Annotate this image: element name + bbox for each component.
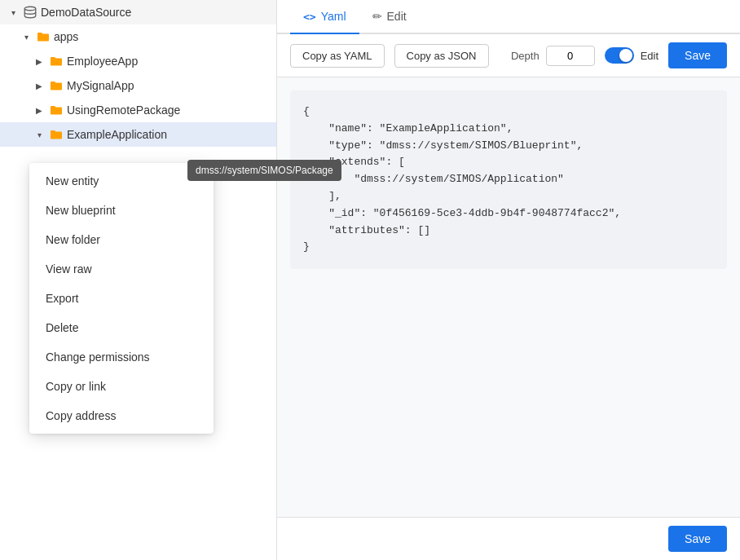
example-chevron-icon: ▾	[33, 128, 46, 141]
code-editor-container: { "name": "ExampleApplication", "type": …	[277, 77, 740, 517]
bottom-toolbar: Save	[277, 517, 740, 560]
main-content: <> Yaml ✏ Edit Copy as YAML Copy as JSON…	[277, 0, 740, 560]
sidebar-item-employeeapp[interactable]: ▶ EmployeeApp	[0, 49, 276, 73]
context-menu-item-new-blueprint[interactable]: New blueprint	[29, 196, 214, 225]
edit-toggle-label: Edit	[641, 50, 659, 62]
edit-tab-icon: ✏	[372, 10, 382, 23]
employeeapp-chevron-icon: ▶	[33, 55, 46, 68]
toggle-knob	[619, 49, 632, 62]
context-menu-item-new-folder[interactable]: New folder	[29, 225, 214, 254]
mysignalapp-chevron-icon: ▶	[33, 79, 46, 92]
employeeapp-label: EmployeeApp	[67, 55, 270, 68]
folder-icon-3	[49, 78, 64, 93]
apps-label: apps	[54, 30, 270, 43]
context-menu-item-view-raw[interactable]: View raw	[29, 254, 214, 284]
sidebar: ▾ DemoDataSource ▾ apps ▶	[0, 0, 277, 560]
edit-tab-label: Edit	[387, 10, 407, 23]
apps-chevron-icon: ▾	[20, 30, 33, 43]
sidebar-item-usingremotepackage[interactable]: ▶ UsingRemotePackage	[0, 98, 276, 122]
context-menu-item-change-permissions[interactable]: Change permissions	[29, 342, 214, 372]
edit-toggle[interactable]	[605, 47, 634, 64]
top-toolbar: Copy as YAML Copy as JSON Depth Edit Sav…	[277, 34, 740, 77]
context-menu: New entity New blueprint New folder View…	[29, 163, 214, 434]
yaml-tab-label: Yaml	[321, 10, 346, 23]
depth-section: Depth	[511, 46, 595, 66]
depth-label: Depth	[511, 50, 540, 62]
chevron-icon: ▾	[7, 6, 20, 19]
copy-yaml-button[interactable]: Copy as YAML	[290, 44, 385, 68]
svg-point-0	[24, 7, 36, 11]
context-menu-item-delete[interactable]: Delete	[29, 313, 214, 342]
usingremote-label: UsingRemotePackage	[67, 104, 270, 117]
sidebar-item-mysignalapp[interactable]: ▶ MySignalApp	[0, 73, 276, 98]
tab-edit[interactable]: ✏ Edit	[359, 0, 420, 34]
sidebar-item-apps[interactable]: ▾ apps	[0, 24, 276, 49]
database-icon	[23, 5, 37, 20]
folder-icon	[36, 29, 51, 44]
folder-icon-4	[49, 103, 64, 117]
edit-toggle-container: Edit	[605, 47, 659, 64]
yaml-tab-icon: <>	[303, 11, 316, 23]
context-menu-item-copy-or-link[interactable]: Copy or link	[29, 372, 214, 401]
folder-icon-2	[49, 54, 64, 68]
save-button-top[interactable]: Save	[668, 42, 727, 68]
datasource-label: DemoDataSource	[41, 6, 270, 19]
context-menu-item-export[interactable]: Export	[29, 284, 214, 313]
save-button-bottom[interactable]: Save	[668, 526, 727, 552]
code-editor[interactable]: { "name": "ExampleApplication", "type": …	[290, 90, 727, 269]
context-menu-item-new-entity[interactable]: New entity	[29, 166, 214, 196]
example-label: ExampleApplication	[67, 128, 270, 141]
usingremote-chevron-icon: ▶	[33, 104, 46, 117]
depth-input[interactable]	[546, 46, 595, 66]
folder-icon-5	[49, 127, 64, 142]
tab-yaml[interactable]: <> Yaml	[290, 0, 359, 34]
mysignalapp-label: MySignalApp	[67, 79, 270, 92]
sidebar-item-datasource[interactable]: ▾ DemoDataSource	[0, 0, 276, 24]
tabs-bar: <> Yaml ✏ Edit	[277, 0, 740, 34]
context-menu-item-copy-address[interactable]: Copy address	[29, 401, 214, 430]
copy-json-button[interactable]: Copy as JSON	[394, 44, 489, 68]
sidebar-item-exampleapplication[interactable]: ▾ ExampleApplication	[0, 122, 276, 147]
